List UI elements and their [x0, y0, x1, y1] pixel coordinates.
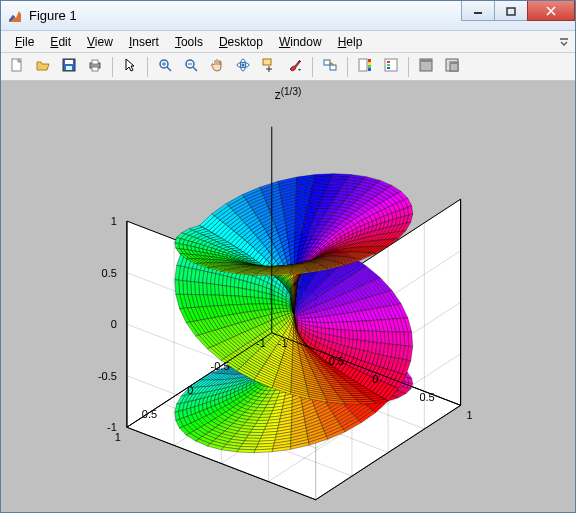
svg-rect-21 — [263, 59, 271, 65]
svg-marker-992 — [324, 191, 339, 194]
print-button[interactable] — [83, 56, 107, 78]
brush-button[interactable] — [283, 56, 307, 78]
svg-marker-1381 — [325, 328, 329, 335]
menu-edit[interactable]: Edit — [42, 33, 79, 51]
svg-marker-1579 — [301, 318, 305, 322]
colorbar-button[interactable] — [353, 56, 377, 78]
svg-text:0.5: 0.5 — [142, 408, 157, 420]
rotate-3d-icon — [235, 57, 251, 76]
svg-marker-2291 — [234, 279, 239, 288]
menubar: FileEditViewInsertToolsDesktopWindowHelp — [1, 31, 575, 53]
window-title: Figure 1 — [29, 8, 77, 23]
brush-icon — [287, 57, 303, 76]
new-file-icon — [9, 57, 25, 76]
zoom-out-button[interactable] — [179, 56, 203, 78]
save-button[interactable] — [57, 56, 81, 78]
zoom-in-button[interactable] — [153, 56, 177, 78]
zoom-out-icon — [183, 57, 199, 76]
menu-insert[interactable]: Insert — [121, 33, 167, 51]
plot-area[interactable]: -1-0.500.51-1-0.500.51-1-0.500.51z(1/3) — [1, 81, 575, 512]
hide-tools-icon — [418, 57, 434, 76]
svg-marker-1056 — [323, 194, 337, 197]
pan-button[interactable] — [205, 56, 229, 78]
svg-marker-2573 — [254, 423, 267, 426]
svg-rect-28 — [368, 62, 371, 65]
svg-text:0: 0 — [372, 373, 378, 385]
maximize-button[interactable] — [494, 1, 528, 21]
svg-text:1: 1 — [115, 431, 121, 443]
matlab-icon — [7, 8, 23, 24]
svg-marker-1172 — [320, 200, 333, 203]
svg-text:-0.5: -0.5 — [211, 360, 230, 372]
menu-help[interactable]: Help — [330, 33, 371, 51]
toolbar-separator — [112, 57, 113, 77]
svg-rect-9 — [92, 60, 98, 64]
menu-file[interactable]: File — [7, 33, 42, 51]
svg-marker-2325 — [266, 293, 270, 299]
svg-rect-36 — [420, 59, 432, 62]
svg-marker-2364 — [258, 291, 262, 298]
svg-marker-1309 — [345, 330, 349, 339]
menu-view[interactable]: View — [79, 33, 121, 51]
new-file-button[interactable] — [5, 56, 29, 78]
svg-marker-1356 — [333, 329, 337, 337]
link-plot-button[interactable] — [318, 56, 342, 78]
save-icon — [61, 57, 77, 76]
svg-rect-27 — [368, 59, 371, 62]
svg-text:0.5: 0.5 — [102, 267, 117, 279]
svg-marker-2253 — [262, 287, 266, 294]
svg-text:-0.5: -0.5 — [98, 370, 117, 382]
data-cursor-button[interactable] — [257, 56, 281, 78]
plot-title: z(1/3) — [275, 86, 302, 102]
svg-marker-2468 — [230, 287, 234, 296]
svg-line-16 — [193, 67, 197, 71]
zoom-in-icon — [157, 57, 173, 76]
pointer-button[interactable] — [118, 56, 142, 78]
hide-tools-button[interactable] — [414, 56, 438, 78]
svg-marker-2268 — [254, 284, 259, 291]
data-cursor-icon — [261, 57, 277, 76]
svg-marker-1113 — [322, 197, 336, 200]
svg-marker-2515 — [256, 420, 269, 423]
svg-rect-29 — [368, 65, 371, 68]
svg-marker-1299 — [349, 330, 353, 339]
menu-tools[interactable]: Tools — [167, 33, 211, 51]
svg-text:-1: -1 — [256, 337, 266, 349]
svg-marker-2446 — [234, 287, 238, 296]
svg-marker-2689 — [250, 430, 264, 433]
svg-rect-39 — [450, 62, 458, 64]
axes-3d[interactable]: -1-0.500.51-1-0.500.51-1-0.500.51z(1/3) — [1, 81, 575, 511]
open-file-button[interactable] — [31, 56, 55, 78]
menu-desktop[interactable]: Desktop — [211, 33, 271, 51]
menu-window[interactable]: Window — [271, 33, 330, 51]
svg-marker-1277 — [353, 331, 358, 340]
svg-rect-6 — [65, 60, 73, 64]
svg-text:0.5: 0.5 — [419, 391, 434, 403]
svg-marker-2436 — [238, 288, 242, 297]
titlebar[interactable]: Figure 1 — [1, 1, 575, 31]
menubar-overflow-icon[interactable] — [559, 35, 569, 50]
svg-rect-31 — [385, 59, 397, 71]
svg-marker-2263 — [258, 285, 262, 292]
svg-text:1: 1 — [467, 409, 473, 421]
svg-rect-30 — [368, 68, 371, 71]
pointer-icon — [122, 57, 138, 76]
legend-button[interactable] — [379, 56, 403, 78]
svg-marker-3024 — [237, 449, 255, 453]
close-button[interactable] — [527, 1, 575, 21]
toolbar-separator — [312, 57, 313, 77]
svg-marker-2391 — [260, 414, 272, 418]
legend-icon — [383, 57, 399, 76]
svg-marker-901 — [327, 185, 343, 188]
svg-marker-1267 — [357, 331, 362, 341]
svg-rect-7 — [66, 66, 72, 70]
svg-text:-0.5: -0.5 — [325, 355, 344, 367]
minimize-button[interactable] — [461, 1, 495, 21]
rotate-3d-button[interactable] — [231, 56, 255, 78]
svg-marker-2458 — [258, 417, 270, 420]
svg-rect-10 — [92, 67, 98, 71]
svg-marker-3156 — [408, 206, 413, 215]
svg-line-12 — [167, 67, 171, 71]
dock-button[interactable] — [440, 56, 464, 78]
open-file-icon — [35, 57, 51, 76]
